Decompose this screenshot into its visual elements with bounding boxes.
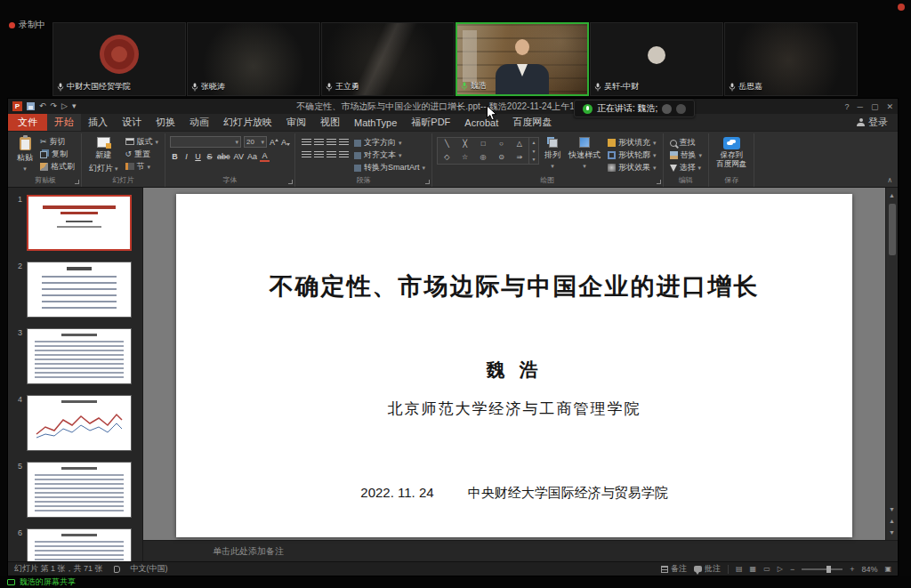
shape-diamond-icon[interactable]: ◇ bbox=[444, 154, 449, 161]
section-button[interactable]: 节▾ bbox=[124, 160, 161, 173]
slide-affiliation[interactable]: 北京师范大学经济与工商管理学院 bbox=[176, 399, 852, 419]
sign-in-button[interactable]: 登录 bbox=[847, 114, 898, 131]
participant-tile-active-speaker[interactable]: 魏浩 bbox=[456, 22, 589, 96]
scroll-up-icon[interactable]: ▲ bbox=[532, 140, 536, 145]
shape-dot-circle-icon[interactable]: ⊙ bbox=[498, 154, 504, 161]
comments-toggle-button[interactable]: 批注 bbox=[694, 563, 721, 575]
zoom-out-button[interactable]: − bbox=[790, 565, 794, 574]
align-text-button[interactable]: 对齐文本▾ bbox=[352, 149, 427, 161]
grow-font-button[interactable]: A bbox=[270, 138, 278, 147]
vertical-scrollbar[interactable]: ▲ ▼ ▲ ▼ bbox=[885, 188, 898, 540]
tab-acrobat[interactable]: Acrobat bbox=[457, 114, 505, 131]
shrink-font-button[interactable]: A bbox=[281, 138, 290, 147]
next-slide-button[interactable]: ▼ bbox=[889, 527, 895, 538]
notes-pane[interactable]: 单击此处添加备注 bbox=[143, 540, 898, 561]
participant-tile[interactable]: 张晓涛 bbox=[187, 22, 320, 96]
shape-gallery-scroll[interactable]: ▲ ▼ ▼ bbox=[529, 137, 539, 165]
participant-tile[interactable]: 吴轩-中财 bbox=[590, 22, 723, 96]
previous-slide-button[interactable]: ▲ bbox=[889, 515, 895, 527]
tab-view[interactable]: 视图 bbox=[313, 114, 347, 131]
slide-thumbnail-6[interactable] bbox=[27, 528, 132, 561]
slideshow-icon[interactable]: ▷ bbox=[61, 102, 68, 110]
strikethrough-button[interactable]: abc bbox=[216, 150, 231, 162]
font-dialog-launcher-icon[interactable] bbox=[288, 180, 293, 184]
save-icon[interactable] bbox=[27, 102, 35, 110]
shape-arrow-icon[interactable]: ⇒ bbox=[517, 154, 523, 161]
shape-ring-icon[interactable]: ◎ bbox=[480, 154, 487, 161]
shadow-button[interactable]: S bbox=[205, 150, 214, 162]
paste-button[interactable]: 粘贴 ▾ bbox=[14, 135, 36, 176]
replace-button[interactable]: 替换▾ bbox=[668, 149, 705, 161]
tab-animations[interactable]: 动画 bbox=[182, 114, 216, 131]
tab-baidu-pan[interactable]: 百度网盘 bbox=[505, 114, 559, 131]
justify-icon[interactable] bbox=[339, 151, 349, 159]
slide-thumbnail-3[interactable] bbox=[27, 328, 132, 384]
align-left-icon[interactable] bbox=[302, 151, 311, 159]
shape-circle-icon[interactable]: ○ bbox=[499, 141, 504, 148]
fit-to-window-button[interactable]: ▣ bbox=[884, 566, 891, 573]
participant-tile[interactable]: 岳思嘉 bbox=[724, 22, 858, 96]
align-center-icon[interactable] bbox=[314, 151, 324, 159]
cut-button[interactable]: ✂剪切 bbox=[38, 135, 77, 148]
tab-transitions[interactable]: 切换 bbox=[149, 114, 182, 131]
current-slide[interactable]: 不确定性、市场边际与中国企业的进口增长 魏 浩 北京师范大学经济与工商管理学院 … bbox=[176, 194, 852, 537]
font-color-button[interactable]: A bbox=[260, 150, 270, 162]
underline-button[interactable]: U bbox=[193, 150, 203, 162]
slide-thumbnail-4[interactable] bbox=[27, 395, 132, 451]
scroll-up-button[interactable]: ▲ bbox=[889, 189, 895, 201]
shape-outline-button[interactable]: 形状轮廓▾ bbox=[606, 149, 658, 161]
italic-button[interactable]: I bbox=[181, 150, 191, 162]
drawing-dialog-launcher-icon[interactable] bbox=[657, 180, 661, 184]
qat-customize-icon[interactable]: ▾ bbox=[72, 102, 77, 110]
quick-styles-button[interactable]: 快速样式 ▾ bbox=[566, 135, 603, 176]
change-case-button[interactable]: Aa bbox=[246, 150, 258, 162]
tab-home[interactable]: 开始 bbox=[47, 114, 81, 131]
tab-insert[interactable]: 插入 bbox=[81, 114, 115, 131]
zoom-in-button[interactable]: + bbox=[850, 565, 854, 574]
maximize-button[interactable]: ▢ bbox=[871, 102, 879, 111]
minimize-button[interactable]: ─ bbox=[858, 102, 863, 111]
tab-review[interactable]: 审阅 bbox=[279, 114, 313, 131]
slide-sorter-view-button[interactable]: ▦ bbox=[750, 566, 757, 573]
bold-button[interactable]: B bbox=[170, 150, 180, 162]
tab-file[interactable]: 文件 bbox=[8, 114, 47, 131]
shape-star-icon[interactable]: ☆ bbox=[462, 154, 468, 161]
reaction-icon[interactable] bbox=[676, 104, 686, 114]
language-indicator[interactable]: 中文(中国) bbox=[131, 563, 168, 575]
shape-fill-button[interactable]: 形状填充▾ bbox=[606, 137, 658, 149]
spellcheck-icon[interactable] bbox=[114, 566, 120, 573]
help-icon[interactable]: ? bbox=[845, 102, 850, 111]
find-button[interactable]: 查找 bbox=[668, 137, 705, 149]
format-painter-button[interactable]: 格式刷 bbox=[38, 160, 77, 173]
reaction-icon[interactable] bbox=[662, 104, 672, 114]
notes-toggle-button[interactable]: 备注 bbox=[661, 563, 687, 575]
normal-view-button[interactable]: ▤ bbox=[736, 566, 743, 573]
font-name-select[interactable]: ▾ bbox=[170, 136, 241, 148]
shape-effects-button[interactable]: 形状效果▾ bbox=[606, 162, 658, 173]
undo-icon[interactable]: ↶ bbox=[39, 102, 46, 110]
character-spacing-button[interactable]: AV bbox=[233, 150, 245, 162]
convert-smartart-button[interactable]: 转换为SmartArt▾ bbox=[352, 162, 427, 173]
scrollbar-thumb[interactable] bbox=[889, 204, 896, 255]
bullets-icon[interactable] bbox=[302, 139, 311, 147]
collapse-ribbon-icon[interactable]: ∧ bbox=[887, 176, 892, 184]
app-icon[interactable]: P bbox=[12, 101, 22, 111]
align-right-icon[interactable] bbox=[327, 151, 336, 159]
gallery-more-icon[interactable]: ▼ bbox=[532, 157, 536, 162]
slide-thumbnail-1-selected[interactable] bbox=[27, 195, 132, 251]
close-button[interactable]: ✕ bbox=[886, 102, 893, 111]
zoom-slider[interactable] bbox=[802, 568, 842, 570]
reset-button[interactable]: ↺重置 bbox=[124, 148, 161, 160]
slide-title[interactable]: 不确定性、市场边际与中国企业的进口增长 bbox=[194, 270, 834, 302]
zoom-slider-thumb[interactable] bbox=[826, 566, 831, 573]
paragraph-dialog-launcher-icon[interactable] bbox=[425, 180, 430, 184]
tab-foxit-pdf[interactable]: 福昕PDF bbox=[404, 114, 457, 131]
tab-slideshow[interactable]: 幻灯片放映 bbox=[216, 114, 279, 131]
shape-line-icon[interactable]: ╲ bbox=[445, 141, 449, 148]
tab-mathtype[interactable]: MathType bbox=[347, 114, 404, 131]
arrange-button[interactable]: 排列 ▾ bbox=[542, 135, 563, 176]
zoom-percentage[interactable]: 84% bbox=[861, 565, 877, 574]
new-slide-button[interactable]: 新建 幻灯片▾ bbox=[86, 135, 121, 176]
slide-footer[interactable]: 2022. 11. 24 中央财经大学国际经济与贸易学院 bbox=[176, 485, 852, 502]
indent-increase-icon[interactable] bbox=[339, 139, 349, 147]
